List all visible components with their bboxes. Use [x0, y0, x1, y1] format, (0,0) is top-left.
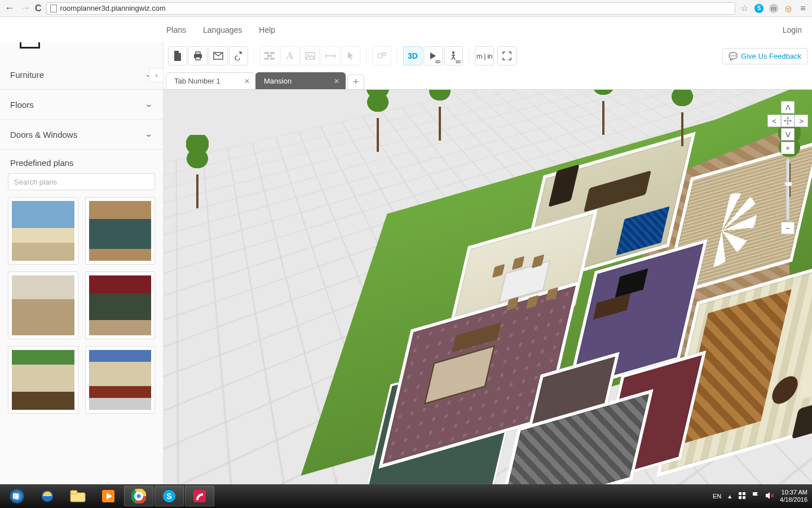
svg-point-12 [382, 52, 386, 56]
time-text: 10:37 AM [780, 489, 807, 496]
zoom-slider[interactable] [786, 159, 789, 221]
date-text: 4/18/2016 [780, 496, 807, 503]
svg-rect-1 [196, 52, 200, 54]
address-bar[interactable]: roomplanner3d.planningwiz.com [46, 2, 735, 15]
flag-icon[interactable] [752, 492, 760, 501]
plans-grid [0, 197, 163, 422]
reload-button[interactable]: C [35, 3, 42, 14]
main-menu: Plans Languages Help [166, 25, 783, 34]
tree [429, 90, 451, 141]
svg-rect-5 [270, 52, 275, 54]
taskbar-skype-icon[interactable]: S [155, 486, 184, 506]
tab-item[interactable]: Mansion ✕ [255, 72, 346, 89]
pan-left-button[interactable]: < [767, 115, 781, 127]
plan-thumb[interactable] [85, 197, 156, 265]
zoom-in-button[interactable]: + [781, 142, 795, 154]
browser-menu-icon[interactable]: ≡ [798, 4, 807, 13]
sidebar-category-floors[interactable]: Floors ⌄ [0, 90, 163, 120]
brand-logo-icon [20, 42, 40, 49]
tab-label: Mansion [264, 77, 292, 85]
view-3d-button[interactable]: 3D [403, 46, 422, 65]
menu-languages[interactable]: Languages [203, 25, 242, 34]
volume-muted-icon[interactable] [765, 492, 774, 501]
tab-item[interactable]: Tab Number 1 ✕ [166, 72, 256, 89]
play-3d-button[interactable]: 3D [423, 46, 443, 65]
house-model[interactable] [338, 129, 812, 484]
main-row: PLANNINGWIZ ‹ Furniture ⌄ Floors ⌄ Doors… [0, 42, 812, 484]
plan-thumb[interactable] [85, 346, 156, 414]
image-tool-button[interactable] [301, 46, 320, 65]
taskbar-app-icon[interactable] [185, 486, 214, 506]
add-tab-button[interactable]: + [347, 75, 364, 89]
settings-button[interactable] [372, 46, 391, 65]
walk-3d-sub: 3D [456, 60, 461, 64]
print-button[interactable] [188, 46, 208, 65]
zoom-out-button[interactable]: − [781, 222, 795, 234]
email-button[interactable] [209, 46, 228, 65]
svg-rect-4 [264, 52, 269, 54]
sidebar-category-furniture[interactable]: Furniture ⌄ [0, 60, 163, 90]
sidebar-category-doors-windows[interactable]: Doors & Windows ⌄ [0, 120, 163, 150]
taskbar-media-icon[interactable] [94, 486, 123, 506]
category-label: Floors [10, 100, 34, 110]
plan-thumb[interactable] [8, 197, 78, 265]
plan-thumb[interactable] [85, 271, 156, 339]
text-tool-button[interactable]: A [280, 46, 299, 65]
plan-thumb[interactable] [8, 271, 78, 339]
taskbar-chrome-icon[interactable] [124, 486, 153, 506]
svg-rect-2 [196, 57, 200, 60]
start-button[interactable] [2, 486, 32, 506]
svg-text:S: S [166, 492, 171, 501]
tab-label: Tab Number 1 [174, 77, 220, 85]
action-center-icon[interactable] [738, 492, 746, 501]
clock[interactable]: 10:37 AM 4/18/2016 [780, 489, 807, 503]
predefined-plans-title: Predefined plans [0, 150, 163, 173]
select-tool-button[interactable] [341, 46, 360, 65]
units-label: m | in [476, 52, 493, 60]
plan-thumb[interactable] [8, 346, 78, 414]
skype-ext-icon[interactable]: S [754, 4, 764, 13]
login-link[interactable]: Login [783, 25, 812, 34]
share-button[interactable] [229, 46, 248, 65]
wall-tool-button[interactable] [260, 46, 279, 65]
units-toggle-button[interactable]: m | in [475, 46, 494, 65]
pan-down-button[interactable]: ᐯ [781, 128, 795, 141]
lang-indicator[interactable]: EN [713, 493, 721, 500]
ext-m-icon[interactable]: m [769, 4, 778, 13]
forward-button[interactable]: → [20, 2, 30, 14]
pan-right-button[interactable]: > [795, 115, 808, 127]
walk-3d-button[interactable]: 3D [444, 46, 463, 65]
browser-extensions: ☆ S m ◎ ≡ [740, 4, 807, 13]
zoom-thumb[interactable] [784, 182, 792, 186]
pan-up-button[interactable]: ᐱ [781, 101, 795, 113]
design-canvas[interactable]: ᐱ < > ᐯ + − [164, 90, 812, 484]
search-input[interactable] [8, 173, 155, 190]
menu-help[interactable]: Help [259, 25, 275, 34]
topbar: Plans Languages Help Login [0, 17, 812, 42]
taskbar-ie-icon[interactable] [33, 486, 62, 506]
ext-q-icon[interactable]: ◎ [784, 4, 793, 13]
new-file-button[interactable] [168, 46, 187, 65]
tray-expand-icon[interactable]: ▲ [727, 493, 732, 500]
content-area: A 3D 3D 3D m | in [164, 42, 812, 484]
close-tab-icon[interactable]: ✕ [334, 77, 339, 85]
browser-chrome: ← → C roomplanner3d.planningwiz.com ☆ S … [0, 0, 812, 17]
svg-rect-7 [264, 58, 269, 60]
svg-rect-30 [743, 496, 745, 499]
measure-tool-button[interactable] [321, 46, 340, 65]
svg-rect-8 [270, 58, 275, 60]
fullscreen-button[interactable] [497, 46, 517, 65]
svg-rect-6 [267, 55, 272, 57]
menu-plans[interactable]: Plans [166, 25, 186, 34]
collapse-sidebar-button[interactable]: ‹ [149, 68, 164, 82]
brand-light: PLANNING [47, 42, 109, 45]
pan-center-button[interactable] [781, 115, 795, 127]
close-tab-icon[interactable]: ✕ [244, 77, 250, 85]
category-label: Furniture [10, 70, 44, 80]
back-button[interactable]: ← [5, 2, 15, 14]
bookmark-star-icon[interactable]: ☆ [740, 4, 749, 13]
taskbar-explorer-icon[interactable] [63, 486, 92, 506]
svg-rect-27 [739, 492, 742, 495]
category-label: Doors & Windows [10, 130, 77, 139]
feedback-button[interactable]: 💬 Give Us Feedback [722, 48, 807, 64]
